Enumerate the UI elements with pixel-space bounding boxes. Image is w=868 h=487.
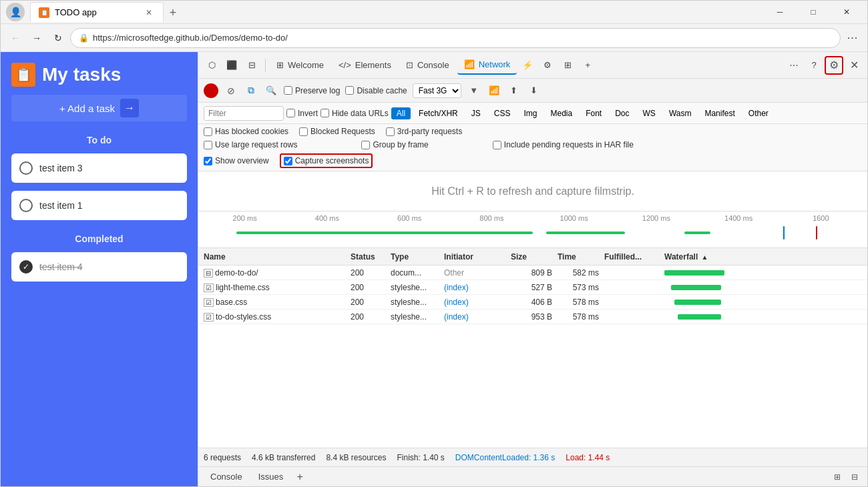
- browser-more-button[interactable]: ···: [843, 29, 862, 47]
- wifi-icon: 📶: [487, 83, 501, 98]
- filter-type-img[interactable]: Img: [518, 107, 542, 119]
- large-rows-row: Use large request rows: [204, 140, 297, 149]
- elements-icon: </>: [339, 60, 351, 70]
- cell-initiator[interactable]: (index): [441, 298, 508, 307]
- filter-type-all[interactable]: All: [391, 107, 411, 119]
- throttle-down-arrow[interactable]: ▼: [467, 83, 481, 98]
- profile-icon[interactable]: 👤: [6, 3, 25, 21]
- filter-type-other[interactable]: Other: [743, 107, 774, 119]
- devtools-more-button[interactable]: ···: [785, 56, 803, 75]
- new-tab-button[interactable]: +: [164, 3, 182, 22]
- filter-icon-button[interactable]: ⧉: [244, 83, 258, 98]
- bottom-tab-issues[interactable]: Issues: [252, 469, 290, 484]
- filter-type-manifest[interactable]: Manifest: [699, 107, 740, 119]
- dock-icon[interactable]: ⊟: [847, 470, 862, 484]
- task-item[interactable]: test item 3: [11, 153, 187, 183]
- include-pending-checkbox[interactable]: [493, 141, 501, 149]
- col-type[interactable]: Type: [388, 252, 441, 262]
- settings-button-toolbar[interactable]: ⚙: [538, 56, 557, 75]
- task-item[interactable]: test item 1: [11, 191, 187, 220]
- cell-waterfall: [662, 312, 865, 322]
- col-status[interactable]: Status: [348, 252, 388, 262]
- blocked-cookies-checkbox[interactable]: [204, 127, 212, 136]
- col-time[interactable]: Time: [555, 252, 602, 262]
- hide-data-urls-label: Hide data URLs: [332, 109, 389, 118]
- tab-close-button[interactable]: ✕: [143, 7, 155, 19]
- completed-section-label: Completed: [11, 233, 187, 244]
- clear-button[interactable]: ⊘: [224, 83, 238, 98]
- network-label: Network: [479, 59, 511, 69]
- blocked-cookies-row: Has blocked cookies: [204, 127, 288, 136]
- third-party-checkbox[interactable]: [386, 127, 395, 136]
- timeline-marker-red: [816, 226, 817, 239]
- back-button[interactable]: ←: [6, 29, 25, 47]
- filter-type-js[interactable]: JS: [466, 107, 486, 119]
- record-button[interactable]: [204, 83, 218, 98]
- add-panel-button[interactable]: +: [578, 56, 597, 75]
- table-row[interactable]: ☑to-do-styles.css 200 styleshe... (index…: [198, 310, 867, 324]
- record-dot: [208, 87, 214, 94]
- disable-cache-checkbox[interactable]: [345, 86, 354, 95]
- add-task-label: + Add a task: [59, 103, 115, 114]
- devtools-settings-button[interactable]: ⚙: [825, 56, 843, 75]
- add-task-button[interactable]: + Add a task →: [11, 95, 187, 121]
- filter-type-fetch-xhr[interactable]: Fetch/XHR: [413, 107, 463, 119]
- devtools-panel: ⬡ ⬛ ⊟ ⊞ Welcome </> Elements ⊡ Console 📶: [198, 52, 867, 486]
- large-rows-checkbox[interactable]: [204, 141, 212, 149]
- filter-type-css[interactable]: CSS: [489, 107, 516, 119]
- url-bar[interactable]: 🔒 https://microsoftedge.github.io/Demos/…: [70, 28, 841, 48]
- table-row[interactable]: ☑light-theme.css 200 styleshe... (index)…: [198, 280, 867, 295]
- col-size[interactable]: Size: [508, 252, 555, 262]
- table-row[interactable]: ⊟demo-to-do/ 200 docum... Other 809 B 58…: [198, 266, 867, 280]
- group-by-frame-checkbox[interactable]: [361, 141, 370, 149]
- upload-icon[interactable]: ⬆: [507, 83, 521, 98]
- filter-input[interactable]: [204, 106, 284, 121]
- col-initiator[interactable]: Initiator: [441, 252, 508, 262]
- table-row[interactable]: ☑base.css 200 styleshe... (index) 406 B …: [198, 295, 867, 310]
- show-overview-checkbox[interactable]: [204, 157, 212, 165]
- forward-button[interactable]: →: [27, 29, 46, 47]
- download-icon[interactable]: ⬇: [527, 83, 541, 98]
- tab-console[interactable]: ⊡ Console: [399, 56, 456, 75]
- add-tab-button[interactable]: +: [292, 470, 307, 484]
- active-tab[interactable]: 📋 TODO app ✕: [30, 2, 164, 22]
- restore-button[interactable]: □: [798, 3, 829, 21]
- col-fulfilled[interactable]: Fulfilled...: [602, 252, 662, 262]
- console-drawer-button[interactable]: ⊟: [242, 56, 261, 75]
- minimize-button[interactable]: ─: [765, 3, 795, 21]
- preserve-log-checkbox[interactable]: [284, 86, 292, 95]
- hide-data-urls-checkbox[interactable]: [320, 109, 329, 117]
- inspect-element-button[interactable]: ⬡: [202, 56, 221, 75]
- network-icon: 📶: [464, 59, 475, 69]
- devtools-close-button[interactable]: ✕: [845, 56, 863, 75]
- cell-size: 527 B: [508, 283, 555, 292]
- completed-task-item[interactable]: ✓ test item 4: [11, 252, 187, 282]
- bottom-tab-console[interactable]: Console: [204, 469, 249, 484]
- blocked-requests-checkbox[interactable]: [299, 127, 308, 136]
- filter-type-wasm[interactable]: Wasm: [664, 107, 697, 119]
- device-emulation-button[interactable]: ⬛: [222, 56, 241, 75]
- tab-welcome[interactable]: ⊞ Welcome: [270, 56, 331, 75]
- performance-insights-button[interactable]: ⚡: [518, 56, 537, 75]
- help-button[interactable]: ?: [805, 56, 823, 75]
- refresh-button[interactable]: ↻: [49, 29, 67, 47]
- col-waterfall[interactable]: Waterfall ▲: [662, 252, 865, 262]
- filter-type-font[interactable]: Font: [580, 107, 607, 119]
- cell-name: ☑to-do-styles.css: [201, 312, 348, 322]
- cell-initiator[interactable]: (index): [441, 312, 508, 322]
- search-button[interactable]: 🔍: [264, 83, 278, 98]
- tab-network[interactable]: 📶 Network: [457, 56, 517, 75]
- more-panels-button[interactable]: ⊞: [558, 56, 577, 75]
- capture-screenshots-checkbox[interactable]: [284, 157, 292, 165]
- cell-initiator[interactable]: (index): [441, 283, 508, 292]
- filter-type-ws[interactable]: WS: [638, 107, 661, 119]
- filter-type-doc[interactable]: Doc: [610, 107, 634, 119]
- col-name[interactable]: Name: [201, 252, 348, 262]
- close-button[interactable]: ✕: [831, 3, 862, 21]
- welcome-label: Welcome: [288, 60, 324, 70]
- throttle-select[interactable]: Fast 3G: [413, 83, 461, 98]
- undock-icon[interactable]: ⊞: [830, 470, 845, 484]
- filter-type-media[interactable]: Media: [545, 107, 578, 119]
- tab-elements[interactable]: </> Elements: [332, 56, 398, 75]
- invert-checkbox[interactable]: [286, 109, 295, 117]
